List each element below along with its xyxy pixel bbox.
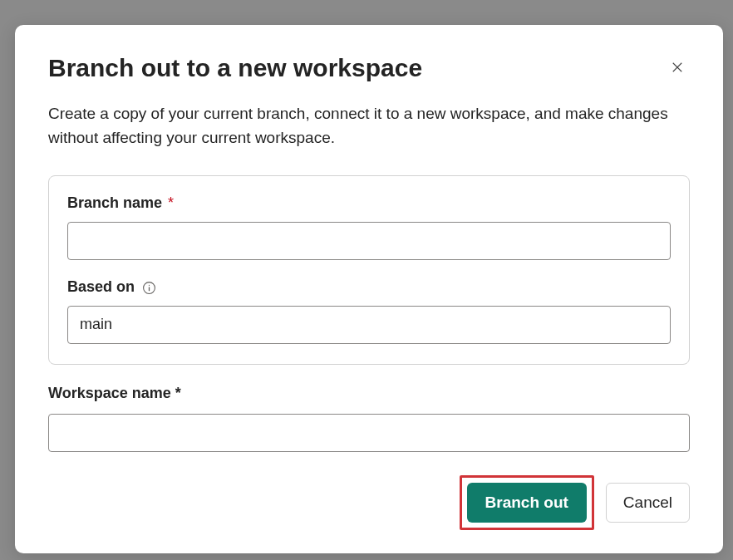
workspace-name-label: Workspace name * [48, 385, 690, 402]
based-on-label-text: Based on [67, 278, 135, 295]
branch-out-modal: Branch out to a new workspace Create a c… [15, 25, 723, 553]
modal-description: Create a copy of your current branch, co… [48, 101, 690, 150]
required-indicator: * [175, 385, 181, 401]
workspace-name-input[interactable] [48, 414, 690, 452]
branch-out-button[interactable]: Branch out [467, 483, 587, 523]
branch-name-label-text: Branch name [67, 194, 162, 211]
modal-title: Branch out to a new workspace [48, 53, 422, 83]
branch-name-label: Branch name * [67, 194, 671, 212]
modal-footer: Branch out Cancel [48, 475, 690, 530]
info-icon[interactable] [142, 281, 156, 295]
modal-header: Branch out to a new workspace [48, 53, 690, 83]
workspace-name-label-text: Workspace name [48, 385, 171, 401]
branch-name-group: Branch name * [67, 194, 671, 260]
highlight-box: Branch out [460, 475, 594, 530]
based-on-input[interactable] [67, 306, 671, 344]
workspace-name-group: Workspace name * [48, 385, 690, 452]
required-indicator: * [168, 194, 174, 211]
branch-settings-card: Branch name * Based on [48, 175, 690, 365]
close-button[interactable] [665, 55, 690, 82]
based-on-label: Based on [67, 278, 671, 296]
cancel-button[interactable]: Cancel [606, 483, 690, 523]
based-on-group: Based on [67, 278, 671, 344]
svg-point-3 [149, 284, 150, 285]
branch-name-input[interactable] [67, 222, 671, 260]
close-icon [670, 60, 685, 77]
